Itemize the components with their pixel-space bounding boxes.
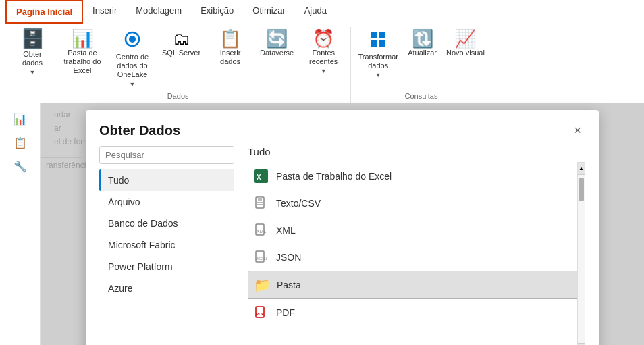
transformar-label: Transformar dados: [358, 53, 398, 70]
sidebar-item-1[interactable]: 📊: [2, 109, 38, 130]
left-panel: Tudo Arquivo Banco de Dados Microsoft Fa…: [99, 146, 234, 345]
fontes-arrow: ▼: [321, 68, 327, 74]
dialog-body: Tudo Arquivo Banco de Dados Microsoft Fa…: [86, 146, 599, 345]
svg-text:X: X: [257, 174, 261, 181]
sql-server-label: SQL Server: [162, 49, 200, 57]
inserir-dados-button[interactable]: 📋 Inserir dados: [206, 27, 254, 69]
novo-visual-icon: 📈: [454, 30, 476, 47]
inserir-dados-label: Inserir dados: [210, 49, 250, 66]
sidebar-icon-3: 🔧: [14, 160, 27, 173]
svg-text:XML: XML: [257, 229, 267, 234]
transformar-arrow: ▼: [375, 72, 381, 78]
svg-rect-2: [371, 32, 377, 38]
list-item-pdf[interactable]: PDF PDF: [248, 299, 585, 326]
xml-item-icon: XML: [253, 222, 269, 238]
csv-item-icon: [253, 195, 269, 211]
centro-dados-arrow: ▼: [130, 81, 136, 88]
scrollbar[interactable]: ▲ ▼: [577, 162, 585, 345]
pasta-excel-button[interactable]: 📊 Pasta de trabalho do Excel: [58, 27, 107, 78]
centro-dados-label: Centro de dados do OneLake: [112, 53, 153, 80]
obter-dados-dialog: Obter Dados × Tudo Arquivo Banco de Dado…: [86, 110, 599, 345]
items-list: X Pasta de Trabalho do Excel Texto/CSV: [248, 163, 585, 345]
scroll-up-icon: ▲: [579, 165, 584, 171]
json-item-icon: JSON: [253, 249, 269, 265]
nav-list: Tudo Arquivo Banco de Dados Microsoft Fa…: [99, 169, 234, 299]
right-panel: Tudo X Pasta de Trabalho do Excel: [248, 146, 585, 345]
list-item-xml[interactable]: XML XML: [248, 217, 585, 244]
nav-item-azure[interactable]: Azure: [99, 277, 234, 299]
excel-item-icon: X: [253, 168, 269, 184]
ribbon-group-consultas-items: Transformar dados ▼ 🔃 Atualizar 📈 Novo v…: [354, 27, 489, 90]
pdf-item-icon: PDF: [253, 304, 269, 321]
sidebar-item-2[interactable]: 📋: [2, 132, 38, 153]
tab-exibicao[interactable]: Exibição: [191, 0, 243, 24]
nav-item-tudo[interactable]: Tudo: [99, 169, 234, 191]
scroll-track: [578, 175, 585, 343]
tab-inserir[interactable]: Inserir: [83, 0, 126, 24]
dialog-title: Obter Dados: [99, 123, 180, 138]
search-input[interactable]: [99, 146, 234, 164]
ribbon-group-dados: 🗄️ Obter dados ▼ 📊 Pasta de trabalho do …: [5, 27, 351, 103]
fontes-recentes-button[interactable]: ⏰ Fontes recentes ▼: [299, 27, 348, 77]
atualizar-button[interactable]: 🔃 Atualizar: [404, 27, 441, 60]
inserir-icon: 📋: [219, 30, 241, 47]
scroll-thumb: [579, 178, 584, 201]
consultas-group-label: Consultas: [405, 90, 438, 103]
sidebar-item-3[interactable]: 🔧: [2, 156, 38, 177]
sidebar-icon-2: 📋: [14, 136, 27, 149]
nav-item-microsoft-fabric[interactable]: Microsoft Fabric: [99, 234, 234, 256]
nav-item-arquivo[interactable]: Arquivo: [99, 191, 234, 213]
excel-icon: 📊: [72, 30, 93, 47]
ribbon: Página Inicial Inserir Modelagem Exibiçã…: [0, 0, 644, 103]
svg-text:PDF: PDF: [256, 312, 264, 316]
list-item-excel[interactable]: X Pasta de Trabalho do Excel: [248, 163, 585, 190]
pdf-item-label: PDF: [276, 307, 295, 318]
csv-item-label: Texto/CSV: [276, 198, 321, 209]
obter-dados-arrow: ▼: [30, 69, 36, 76]
pasta-excel-label: Pasta de trabalho do Excel: [62, 49, 103, 76]
scroll-up-button[interactable]: ▲: [578, 163, 585, 175]
sidebar: 📊 📋 🔧: [0, 103, 41, 345]
list-item-pasta[interactable]: 📁 Pasta: [248, 271, 585, 299]
section-title: Tudo: [248, 146, 585, 157]
svg-point-1: [129, 36, 136, 43]
excel-item-label: Pasta de Trabalho do Excel: [276, 171, 392, 182]
svg-rect-4: [371, 40, 377, 47]
list-item-csv[interactable]: Texto/CSV: [248, 190, 585, 217]
app-body: 📊 📋 🔧 ortar ar el de formatação ransferê…: [0, 103, 644, 345]
sql-server-button[interactable]: 🗂 SQL Server: [158, 27, 205, 60]
dados-group-label: Dados: [167, 90, 189, 103]
ribbon-group-consultas: Transformar dados ▼ 🔃 Atualizar 📈 Novo v…: [351, 27, 491, 103]
atualizar-label: Atualizar: [408, 49, 437, 57]
tab-home[interactable]: Página Inicial: [5, 0, 83, 24]
list-item-json[interactable]: JSON JSON: [248, 244, 585, 271]
obter-dados-button[interactable]: 🗄️ Obter dados ▼: [8, 27, 57, 78]
obter-dados-label: Obter dados: [12, 50, 53, 68]
svg-rect-5: [379, 40, 385, 47]
dialog-close-button[interactable]: ×: [570, 121, 585, 140]
tab-ajuda[interactable]: Ajuda: [295, 0, 336, 24]
transformar-dados-button[interactable]: Transformar dados ▼: [354, 27, 402, 81]
tab-modelagem[interactable]: Modelagem: [126, 0, 191, 24]
atualizar-icon: 🔃: [412, 30, 433, 47]
svg-rect-9: [258, 197, 262, 201]
novo-visual-button[interactable]: 📈 Novo visual: [442, 27, 489, 60]
svg-text:JSON: JSON: [256, 257, 267, 261]
novo-visual-label: Novo visual: [446, 49, 485, 57]
sidebar-icon-1: 📊: [14, 113, 27, 126]
ribbon-content-area: 🗄️ Obter dados ▼ 📊 Pasta de trabalho do …: [0, 24, 644, 103]
nav-item-banco-dados[interactable]: Banco de Dados: [99, 213, 234, 234]
tab-otimizar[interactable]: Otimizar: [243, 0, 294, 24]
nav-item-power-platform[interactable]: Power Platform: [99, 256, 234, 277]
sql-icon: 🗂: [173, 30, 190, 47]
fontes-icon: ⏰: [313, 30, 334, 47]
ribbon-tab-bar: Página Inicial Inserir Modelagem Exibiçã…: [0, 0, 644, 24]
database-icon: 🗄️: [21, 30, 45, 49]
xml-item-label: XML: [276, 225, 296, 236]
onelake-icon: [123, 30, 142, 51]
centro-dados-button[interactable]: Centro de dados do OneLake ▼: [108, 27, 157, 90]
json-item-label: JSON: [276, 252, 301, 263]
dataverse-button[interactable]: 🔄 Dataverse: [256, 27, 298, 60]
svg-rect-3: [379, 32, 385, 38]
scroll-down-button[interactable]: ▼: [578, 343, 585, 345]
